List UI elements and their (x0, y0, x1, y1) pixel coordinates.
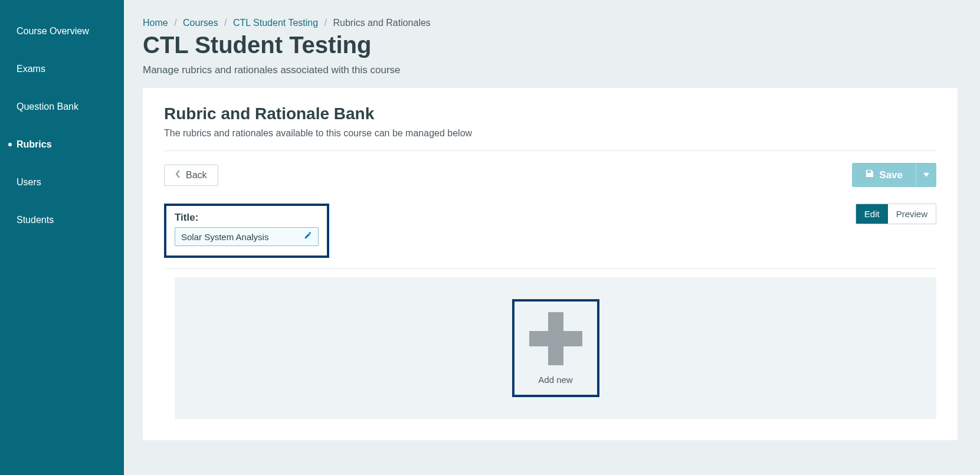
sidebar-item-exams[interactable]: Exams (0, 57, 124, 81)
toolbar-row: Back Save (164, 163, 936, 187)
card-subtitle: The rubrics and rationales available to … (164, 128, 936, 139)
divider (164, 268, 936, 269)
chevron-left-icon (175, 170, 181, 181)
edit-mode-button[interactable]: Edit (856, 204, 888, 224)
save-caret-button[interactable] (916, 163, 936, 187)
divider (164, 150, 936, 151)
title-label: Title: (175, 212, 319, 224)
breadcrumb-course[interactable]: CTL Student Testing (233, 18, 318, 28)
page-title: CTL Student Testing (143, 32, 958, 58)
rubric-card: Rubric and Rationale Bank The rubrics an… (143, 88, 958, 440)
sidebar-item-label: Users (17, 177, 41, 188)
page-subtitle: Manage rubrics and rationales associated… (143, 64, 958, 76)
back-button-label: Back (186, 170, 207, 181)
sidebar-item-label: Students (17, 215, 54, 225)
sidebar-item-question-bank[interactable]: Question Bank (0, 94, 124, 119)
sidebar-item-course-overview[interactable]: Course Overview (0, 19, 124, 44)
sidebar-item-label: Rubrics (17, 139, 52, 150)
save-button-label: Save (879, 169, 903, 181)
mode-toggle: Edit Preview (856, 204, 936, 224)
title-input-wrap[interactable] (175, 227, 319, 246)
add-new-label: Add new (538, 375, 572, 385)
sidebar-item-label: Question Bank (17, 101, 78, 112)
breadcrumb-sep: / (224, 18, 227, 28)
add-new-button[interactable]: Add new (512, 299, 599, 397)
sidebar: Course Overview Exams Question Bank Rubr… (0, 0, 124, 475)
pencil-icon[interactable] (304, 231, 312, 242)
sidebar-item-label: Course Overview (17, 26, 89, 37)
caret-down-icon (923, 171, 929, 179)
svg-marker-0 (923, 173, 929, 177)
plus-icon (529, 312, 582, 365)
title-input[interactable] (181, 232, 304, 242)
breadcrumb-home[interactable]: Home (143, 18, 168, 28)
sidebar-item-users[interactable]: Users (0, 170, 124, 195)
main-content: Home / Courses / CTL Student Testing / R… (124, 0, 980, 475)
save-button[interactable]: Save (852, 163, 916, 187)
title-block: Title: (164, 204, 329, 258)
breadcrumb-courses[interactable]: Courses (183, 18, 218, 28)
card-title: Rubric and Rationale Bank (164, 104, 936, 123)
breadcrumb-sep: / (325, 18, 327, 28)
sidebar-item-rubrics[interactable]: Rubrics (0, 132, 124, 157)
breadcrumb: Home / Courses / CTL Student Testing / R… (143, 18, 958, 28)
save-dropdown: Save (852, 163, 936, 187)
breadcrumb-sep: / (174, 18, 176, 28)
preview-mode-button[interactable]: Preview (888, 204, 936, 224)
rubric-workspace: Add new (175, 277, 936, 419)
back-button[interactable]: Back (164, 165, 218, 186)
sidebar-item-students[interactable]: Students (0, 208, 124, 232)
sidebar-item-label: Exams (17, 64, 45, 74)
save-icon (865, 169, 874, 181)
breadcrumb-current: Rubrics and Rationales (333, 18, 430, 28)
title-row: Title: Edit Preview (164, 204, 936, 258)
